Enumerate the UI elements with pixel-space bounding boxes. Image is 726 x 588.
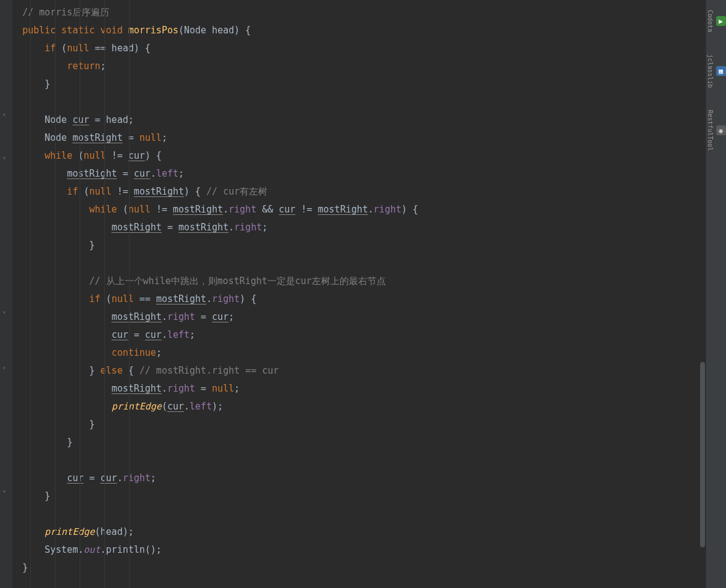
code-token: } (67, 437, 72, 448)
code-token: . (228, 222, 234, 233)
code-token: if (90, 293, 106, 304)
code-token: ; (178, 168, 184, 179)
code-token: null (67, 43, 94, 54)
code-token: mostRight (173, 204, 223, 215)
code-token: != (112, 150, 128, 161)
code-token: if (67, 186, 83, 197)
code-token: right (228, 204, 256, 215)
code-token: while (44, 150, 78, 161)
code-token: mostRight (112, 311, 162, 322)
code-token: null (90, 186, 117, 197)
code-token: return (67, 61, 100, 72)
code-token: } (90, 240, 95, 251)
code-token: cur (128, 150, 145, 161)
code-token (0, 401, 112, 412)
code-token: .println(); (101, 544, 162, 555)
code-token: left (167, 329, 190, 340)
code-token: static (61, 25, 100, 36)
code-token (0, 204, 90, 215)
code-token: null (83, 150, 111, 161)
jclasslib-icon: ▦ (716, 66, 726, 76)
code-token: == (140, 293, 156, 304)
code-token: = (162, 222, 178, 233)
code-token: if (44, 43, 61, 54)
code-token: mostRight (67, 168, 117, 179)
code-token (0, 78, 44, 90)
code-token: cur (101, 472, 117, 484)
rail-item-label: jclasslib (707, 54, 714, 88)
code-token: // morris后序遍历 (22, 7, 109, 18)
code-token: . (206, 293, 212, 304)
code-token: . (162, 311, 167, 322)
code-token: ; (190, 329, 195, 340)
code-token (0, 114, 44, 125)
code-token: // cur有左树 (206, 186, 267, 197)
code-token (0, 383, 112, 394)
code-token (0, 544, 44, 555)
code-token: { (128, 365, 140, 376)
code-token (0, 132, 44, 143)
scrollbar-thumb[interactable] (700, 362, 705, 547)
code-token (0, 293, 90, 304)
code-token: } (44, 490, 50, 502)
code-token (0, 526, 44, 537)
code-token: ( (106, 293, 112, 304)
code-token: ) { (184, 186, 206, 197)
rail-item-jclasslib[interactable]: ▦jclasslib (707, 54, 726, 88)
rail-item-restfultool[interactable]: ◉RestfulTool (707, 110, 726, 151)
code-token: ); (212, 401, 223, 412)
code-token: ( (83, 186, 89, 197)
code-token: = (117, 168, 134, 179)
code-token: null (112, 293, 140, 304)
code-token: ; (234, 383, 240, 394)
code-token: } (90, 365, 101, 376)
code-token: ; (162, 132, 167, 143)
code-token: ) { (401, 204, 418, 215)
code-editor[interactable]: // morris后序遍历 public static void morrisP… (0, 0, 706, 588)
code-token (0, 275, 90, 287)
rail-item-codota[interactable]: ▶Codota (707, 10, 726, 32)
code-token: // mostRight.right == cur (140, 365, 279, 376)
code-token: Node (44, 132, 72, 143)
right-tool-rail: ▶Codota▦jclasslib◉RestfulTool (706, 0, 726, 588)
restfultool-icon: ◉ (716, 125, 726, 135)
code-token: ( (123, 204, 128, 215)
code-token: System. (44, 544, 83, 555)
code-token: left (190, 401, 212, 412)
code-token: // 从上一个while中跳出，则mostRight一定是cur左树上的最右节点 (90, 275, 386, 287)
code-token: = (195, 311, 212, 322)
code-token (0, 240, 90, 251)
indent-guide (80, 0, 80, 588)
code-token: while (90, 204, 123, 215)
code-token (0, 25, 22, 36)
code-token: = (83, 472, 100, 484)
code-token (0, 61, 67, 72)
code-token: ; (156, 347, 162, 358)
indent-guide (129, 0, 130, 588)
code-token (0, 329, 112, 340)
code-token: mostRight (112, 383, 162, 394)
code-token (0, 168, 67, 179)
code-token: ) { (145, 150, 162, 161)
code-token: != (117, 186, 134, 197)
code-token (0, 472, 67, 484)
code-token: right (234, 222, 262, 233)
code-token: (head); (95, 526, 134, 537)
code-token: printEdge (44, 526, 94, 537)
code-token: = (123, 132, 140, 143)
code-token (0, 7, 22, 18)
code-block: // morris后序遍历 public static void morrisP… (0, 0, 706, 588)
code-token: right (167, 311, 195, 322)
indent-guide (30, 0, 31, 588)
code-token: cur (212, 311, 228, 322)
code-token: cur (112, 329, 128, 340)
code-token: continue (112, 347, 156, 358)
code-token: morrisPos (128, 25, 178, 36)
code-token: (Node head) { (178, 25, 251, 36)
code-token: cur (145, 329, 162, 340)
code-token: Node (44, 114, 72, 125)
code-token: . (184, 401, 190, 412)
code-token: null (212, 383, 234, 394)
rail-item-label: Codota (707, 10, 714, 32)
code-token: out (83, 544, 100, 555)
